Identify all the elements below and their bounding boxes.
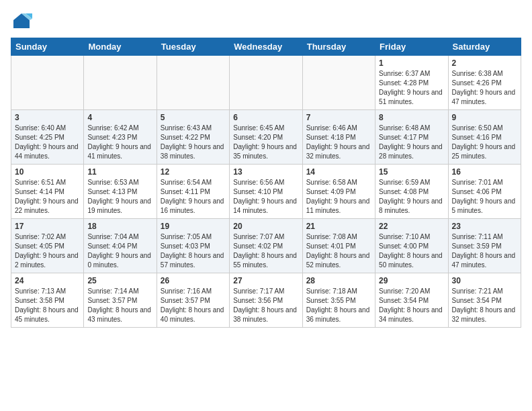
day-number-7: 7 [306,113,371,122]
empty-day [11,56,84,110]
day-number-4: 4 [87,113,152,122]
day-number-11: 11 [87,167,152,177]
day-28: 28Sunrise: 7:18 AM Sunset: 3:55 PM Dayli… [302,273,375,328]
day-25: 25Sunrise: 7:14 AM Sunset: 3:57 PM Dayli… [84,273,157,328]
header-monday: Monday [84,38,157,56]
empty-day [230,56,302,110]
day-7: 7Sunrise: 6:46 AM Sunset: 4:18 PM Daylig… [302,110,375,165]
logo [11,11,35,32]
day-number-1: 1 [379,58,444,68]
day-info-23: Sunrise: 7:11 AM Sunset: 3:59 PM Dayligh… [452,232,517,270]
day-number-10: 10 [15,167,80,177]
day-16: 16Sunrise: 7:01 AM Sunset: 4:06 PM Dayli… [448,165,521,219]
day-20: 20Sunrise: 7:07 AM Sunset: 4:02 PM Dayli… [230,219,302,273]
day-15: 15Sunrise: 6:59 AM Sunset: 4:08 PM Dayli… [375,165,448,219]
header-sunday: Sunday [11,38,84,56]
week-row-4: 17Sunrise: 7:02 AM Sunset: 4:05 PM Dayli… [11,219,521,273]
day-info-14: Sunrise: 6:58 AM Sunset: 4:09 PM Dayligh… [306,178,371,216]
day-24: 24Sunrise: 7:13 AM Sunset: 3:58 PM Dayli… [11,273,84,328]
day-2: 2Sunrise: 6:38 AM Sunset: 4:26 PM Daylig… [448,56,521,110]
day-info-1: Sunrise: 6:37 AM Sunset: 4:28 PM Dayligh… [379,69,444,107]
day-5: 5Sunrise: 6:43 AM Sunset: 4:22 PM Daylig… [157,110,229,165]
day-info-17: Sunrise: 7:02 AM Sunset: 4:05 PM Dayligh… [15,232,80,270]
day-number-14: 14 [306,167,371,177]
day-info-11: Sunrise: 6:53 AM Sunset: 4:13 PM Dayligh… [87,178,152,216]
day-1: 1Sunrise: 6:37 AM Sunset: 4:28 PM Daylig… [375,56,448,110]
day-number-16: 16 [452,167,517,177]
day-6: 6Sunrise: 6:45 AM Sunset: 4:20 PM Daylig… [230,110,302,165]
day-21: 21Sunrise: 7:08 AM Sunset: 4:01 PM Dayli… [302,219,375,273]
day-27: 27Sunrise: 7:17 AM Sunset: 3:56 PM Dayli… [230,273,302,328]
day-info-12: Sunrise: 6:54 AM Sunset: 4:11 PM Dayligh… [161,178,226,216]
day-info-25: Sunrise: 7:14 AM Sunset: 3:57 PM Dayligh… [87,287,152,324]
day-4: 4Sunrise: 6:42 AM Sunset: 4:23 PM Daylig… [84,110,157,165]
day-14: 14Sunrise: 6:58 AM Sunset: 4:09 PM Dayli… [302,165,375,219]
day-number-29: 29 [379,276,444,285]
day-number-8: 8 [379,113,444,122]
day-8: 8Sunrise: 6:48 AM Sunset: 4:17 PM Daylig… [375,110,448,165]
day-number-18: 18 [87,222,152,231]
day-number-19: 19 [161,222,226,231]
day-number-25: 25 [87,276,152,285]
day-info-30: Sunrise: 7:21 AM Sunset: 3:54 PM Dayligh… [452,287,517,324]
day-info-27: Sunrise: 7:17 AM Sunset: 3:56 PM Dayligh… [233,287,298,324]
day-number-26: 26 [161,276,226,285]
day-info-2: Sunrise: 6:38 AM Sunset: 4:26 PM Dayligh… [452,69,517,107]
day-info-3: Sunrise: 6:40 AM Sunset: 4:25 PM Dayligh… [15,124,80,161]
day-info-28: Sunrise: 7:18 AM Sunset: 3:55 PM Dayligh… [306,287,371,324]
day-info-26: Sunrise: 7:16 AM Sunset: 3:57 PM Dayligh… [161,287,226,324]
day-number-27: 27 [233,276,298,285]
day-17: 17Sunrise: 7:02 AM Sunset: 4:05 PM Dayli… [11,219,84,273]
day-number-3: 3 [15,113,80,122]
week-row-3: 10Sunrise: 6:51 AM Sunset: 4:14 PM Dayli… [11,165,521,219]
day-number-23: 23 [452,222,517,231]
day-info-15: Sunrise: 6:59 AM Sunset: 4:08 PM Dayligh… [379,178,444,216]
header-thursday: Thursday [302,38,375,56]
header-wednesday: Wednesday [230,38,302,56]
day-info-21: Sunrise: 7:08 AM Sunset: 4:01 PM Dayligh… [306,232,371,270]
day-number-21: 21 [306,222,371,231]
day-number-13: 13 [233,167,298,177]
day-22: 22Sunrise: 7:10 AM Sunset: 4:00 PM Dayli… [375,219,448,273]
empty-day [302,56,375,110]
header-row: SundayMondayTuesdayWednesdayThursdayFrid… [11,38,521,56]
day-info-18: Sunrise: 7:04 AM Sunset: 4:04 PM Dayligh… [87,232,152,270]
day-number-5: 5 [161,113,226,122]
day-26: 26Sunrise: 7:16 AM Sunset: 3:57 PM Dayli… [157,273,229,328]
day-info-7: Sunrise: 6:46 AM Sunset: 4:18 PM Dayligh… [306,124,371,161]
week-row-5: 24Sunrise: 7:13 AM Sunset: 3:58 PM Dayli… [11,273,521,328]
day-29: 29Sunrise: 7:20 AM Sunset: 3:54 PM Dayli… [375,273,448,328]
day-info-4: Sunrise: 6:42 AM Sunset: 4:23 PM Dayligh… [87,124,152,161]
day-number-17: 17 [15,222,80,231]
page-header [11,11,521,32]
day-number-20: 20 [233,222,298,231]
day-number-12: 12 [161,167,226,177]
empty-day [157,56,229,110]
day-12: 12Sunrise: 6:54 AM Sunset: 4:11 PM Dayli… [157,165,229,219]
day-19: 19Sunrise: 7:05 AM Sunset: 4:03 PM Dayli… [157,219,229,273]
day-9: 9Sunrise: 6:50 AM Sunset: 4:16 PM Daylig… [448,110,521,165]
day-13: 13Sunrise: 6:56 AM Sunset: 4:10 PM Dayli… [230,165,302,219]
day-number-6: 6 [233,113,298,122]
day-number-15: 15 [379,167,444,177]
day-info-13: Sunrise: 6:56 AM Sunset: 4:10 PM Dayligh… [233,178,298,216]
day-number-24: 24 [15,276,80,285]
day-23: 23Sunrise: 7:11 AM Sunset: 3:59 PM Dayli… [448,219,521,273]
day-info-20: Sunrise: 7:07 AM Sunset: 4:02 PM Dayligh… [233,232,298,270]
calendar: SundayMondayTuesdayWednesdayThursdayFrid… [11,38,521,328]
day-info-9: Sunrise: 6:50 AM Sunset: 4:16 PM Dayligh… [452,124,517,161]
header-tuesday: Tuesday [157,38,229,56]
day-info-5: Sunrise: 6:43 AM Sunset: 4:22 PM Dayligh… [161,124,226,161]
day-number-9: 9 [452,113,517,122]
day-30: 30Sunrise: 7:21 AM Sunset: 3:54 PM Dayli… [448,273,521,328]
day-number-30: 30 [452,276,517,285]
day-18: 18Sunrise: 7:04 AM Sunset: 4:04 PM Dayli… [84,219,157,273]
day-info-24: Sunrise: 7:13 AM Sunset: 3:58 PM Dayligh… [15,287,80,324]
day-number-2: 2 [452,58,517,68]
week-row-1: 1Sunrise: 6:37 AM Sunset: 4:28 PM Daylig… [11,56,521,110]
day-info-6: Sunrise: 6:45 AM Sunset: 4:20 PM Dayligh… [233,124,298,161]
day-info-19: Sunrise: 7:05 AM Sunset: 4:03 PM Dayligh… [161,232,226,270]
day-info-16: Sunrise: 7:01 AM Sunset: 4:06 PM Dayligh… [452,178,517,216]
day-3: 3Sunrise: 6:40 AM Sunset: 4:25 PM Daylig… [11,110,84,165]
header-friday: Friday [375,38,448,56]
